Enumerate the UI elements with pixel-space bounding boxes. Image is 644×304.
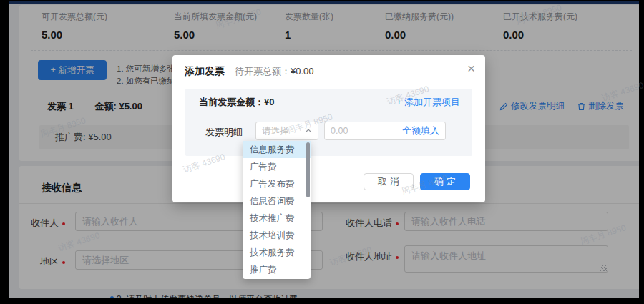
close-icon[interactable]: × — [467, 61, 475, 77]
add-invoice-item-link[interactable]: + 添加开票项目 — [396, 96, 460, 109]
select-placeholder: 请选择 — [262, 125, 305, 137]
invoice-detail-label: 发票明细 — [205, 126, 243, 139]
chevron-up-icon — [305, 129, 312, 133]
dropdown-option[interactable]: 广告发布费 — [243, 175, 311, 192]
modal-body-panel: 当前发票金额：¥0 + 添加开票项目 发票明细 请选择 0.00 全额填入 — [185, 89, 472, 156]
current-amount-row: 当前发票金额：¥0 + 添加开票项目 — [199, 96, 460, 110]
invoice-detail-row: 发票明细 请选择 0.00 全额填入 — [185, 122, 472, 140]
dropdown-option[interactable]: 技术推广费 — [243, 210, 311, 227]
modal-footer: 取消 确定 — [364, 173, 470, 190]
dropdown-option[interactable]: 技术培训费 — [243, 227, 311, 244]
scrollbar-thumb[interactable] — [306, 142, 310, 197]
divider — [185, 117, 472, 117]
fee-type-dropdown: 信息服务费 广告费 广告发布费 信息咨询费 技术推广费 技术培训费 技术服务费 … — [243, 141, 311, 279]
modal-header: 添加发票 待开票总额：¥0.00 — [185, 65, 314, 78]
dropdown-option[interactable]: 技术服务费 — [243, 244, 311, 261]
fill-full-amount-link[interactable]: 全额填入 — [402, 124, 439, 137]
current-invoice-amount: 当前发票金额：¥0 — [199, 97, 274, 107]
add-invoice-modal: 添加发票 待开票总额：¥0.00 × 当前发票金额：¥0 + 添加开票项目 发票… — [172, 55, 485, 202]
modal-subtitle: 待开票总额：¥0.00 — [235, 65, 314, 78]
dropdown-option[interactable]: 信息服务费 — [243, 141, 311, 158]
fee-type-select[interactable]: 请选择 — [255, 122, 318, 140]
cancel-button[interactable]: 取消 — [364, 173, 414, 190]
dropdown-option[interactable]: 广告费 — [243, 158, 311, 175]
dropdown-option[interactable]: 推广费 — [243, 261, 311, 278]
modal-title: 添加发票 — [185, 65, 225, 78]
app-window: 可开发票总额(元) 5.00 当前所填发票金额(元) 5.00 发票数量(张) … — [0, 0, 644, 304]
pending-total-label: 待开票总额： — [235, 66, 291, 77]
pending-total-value: ¥0.00 — [291, 66, 314, 77]
amount-placeholder: 0.00 — [331, 126, 402, 136]
amount-input[interactable]: 0.00 全额填入 — [324, 122, 446, 140]
dropdown-option[interactable]: 信息咨询费 — [243, 192, 311, 210]
confirm-button[interactable]: 确定 — [420, 173, 470, 190]
